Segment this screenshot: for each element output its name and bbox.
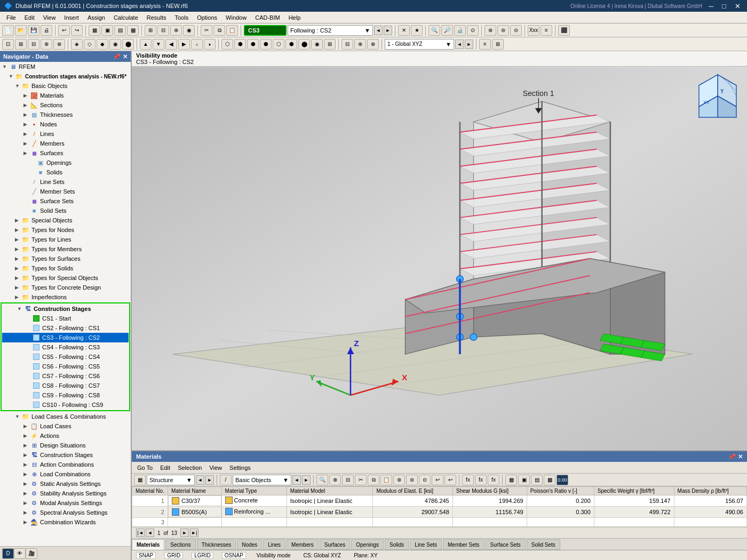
tree-solid-sets[interactable]: ■ Solid Sets [0,206,131,215]
tb2-27[interactable]: ⊕ [354,39,366,50]
tb2-3[interactable]: ⊟ [28,39,39,50]
filter-icon[interactable]: / [220,475,232,485]
minimize-btn[interactable]: ─ [706,2,716,10]
menu-edit[interactable]: Edit [20,13,39,22]
tb2-2[interactable]: ⊞ [15,39,27,50]
tb2-13[interactable]: ◀ [165,39,177,50]
menu-cad-bim[interactable]: CAD-BIM [251,13,284,22]
tree-cs8[interactable]: CS8 - Following : CS7 [2,381,129,390]
tb17[interactable]: 🔎 [441,25,453,36]
tree-sections[interactable]: ▶ 📐 Sections [0,100,131,110]
tree-cs1[interactable]: CS1 - Start [2,314,129,323]
view-dropdown[interactable]: 1 - Global XYZ ▼ [385,39,454,50]
tree-types-members[interactable]: ▶ 📁 Types for Members [0,244,131,254]
tree-spectral-settings[interactable]: ▶ ⚙ Spectral Analysis Settings [0,508,131,517]
menu-file[interactable]: File [2,13,20,22]
tree-openings[interactable]: ▣ Openings [0,158,131,167]
tree-action-combinations[interactable]: ▶ ⊟ Action Combinations [0,460,131,469]
bottom-selection[interactable]: Selection [174,463,205,472]
menu-window[interactable]: Window [221,13,251,22]
menu-results[interactable]: Results [142,13,171,22]
sub-tb12[interactable]: fx [462,475,474,485]
tree-construction-stages[interactable]: ▼ 🏗 Construction Stages [2,304,129,314]
print-button[interactable]: 🖨 [41,25,52,36]
tree-cs-sub[interactable]: ▶ 🏗 Construction Stages [0,450,131,460]
tree-project[interactable]: ▼ 📁 Construction stages analysis - NEW.r… [0,71,131,81]
tb2-6[interactable]: ◈ [71,39,83,50]
tree-types-special[interactable]: ▶ 📁 Types for Special Objects [0,273,131,283]
restore-btn[interactable]: □ [720,2,728,10]
tree-member-sets[interactable]: ╱ Member Sets [0,187,131,196]
tab-openings[interactable]: Openings [351,539,384,550]
tab-materials[interactable]: Materials [132,539,164,550]
tb2-21[interactable]: ⬡ [273,39,284,50]
sub-tb7[interactable]: ⊛ [393,475,405,485]
menu-calculate[interactable]: Calculate [109,13,142,22]
tb8[interactable]: ⊟ [157,25,169,36]
tb21[interactable]: ⊜ [497,25,509,36]
tree-nodes[interactable]: ▶ • Nodes [0,119,131,129]
menu-options[interactable]: Options [193,13,221,22]
save-button[interactable]: 💾 [28,25,39,36]
undo-button[interactable]: ↩ [58,25,70,36]
nav-pin-icon[interactable]: 📌 [113,53,121,60]
nav-visibility-icon[interactable]: 👁 [14,548,26,559]
tb2-1[interactable]: ⊡ [2,39,14,50]
tb2-22[interactable]: ⬢ [285,39,297,50]
sub-tb14[interactable]: fx [488,475,499,485]
sub-tb10[interactable]: ↩ [432,475,443,485]
tree-types-nodes[interactable]: ▶ 📁 Types for Nodes [0,225,131,235]
sub-tb17[interactable]: ▤ [531,475,543,485]
tb16[interactable]: 🔍 [428,25,440,36]
tree-special-objects[interactable]: ▶ 📁 Special Objects [0,215,131,225]
tree-surface-sets[interactable]: ◼ Surface Sets [0,196,131,206]
lgrid-btn[interactable]: LGRID [192,552,213,559]
tb4[interactable]: ▣ [101,25,113,36]
tree-lines[interactable]: ▶ / Lines [0,129,131,139]
struct-prev[interactable]: ◄ [196,475,204,485]
cs-next-btn[interactable]: ► [384,26,392,35]
table-row[interactable]: 2 B500S(A) Reinforcing ... Isotropic | L… [132,507,747,518]
page-first[interactable]: |◄ [136,529,145,537]
bottom-panel-close[interactable]: ✕ [738,453,743,460]
tb15[interactable]: ★ [411,25,423,36]
tree-solids[interactable]: ■ Solids [0,167,131,177]
bottom-goto[interactable]: Go To [134,463,156,472]
tree-types-solids[interactable]: ▶ 📁 Types for Solids [0,263,131,273]
tb2-16[interactable]: ⬧ [204,39,216,50]
tree-line-sets[interactable]: / Line Sets [0,177,131,187]
tree-types-lines[interactable]: ▶ 📁 Types for Lines [0,235,131,244]
tb24[interactable]: ≡ [541,25,552,36]
tree-modal-settings[interactable]: ▶ ⚙ Modal Analysis Settings [0,498,131,508]
sub-tb2[interactable]: ⊕ [329,475,341,485]
tb23[interactable]: Xxx [528,25,539,36]
tb2-29[interactable]: ≡ [479,39,491,50]
sub-tb3[interactable]: ⊟ [342,475,354,485]
tree-imperfections[interactable]: ▶ 📁 Imperfections [0,292,131,302]
sub-tb13[interactable]: fx [475,475,487,485]
tab-surface-sets[interactable]: Surface Sets [486,539,526,550]
sub-tb15[interactable]: ▦ [505,475,517,485]
tree-materials[interactable]: ▶ 🧱 Materials [0,91,131,100]
navigation-cube[interactable]: Y XY [694,72,742,120]
tree-static-settings[interactable]: ▶ ⚙ Static Analysis Settings [0,479,131,489]
nav-data-icon[interactable]: D [2,548,14,559]
cs-stage-dropdown[interactable]: CS3 [244,25,287,36]
tb2-19[interactable]: ⬣ [247,39,259,50]
tree-members[interactable]: ▶ ╱ Members [0,139,131,148]
basic-objects-dropdown[interactable]: Basic Objects ▼ [233,475,291,485]
bottom-edit[interactable]: Edit [157,463,173,472]
sub-tb6[interactable]: 📋 [380,475,392,485]
tab-member-sets[interactable]: Member Sets [443,539,484,550]
tb2-14[interactable]: ▶ [178,39,190,50]
redo-button[interactable]: ↪ [71,25,83,36]
tree-combination-wizards[interactable]: ▶ 🧙 Combination Wizards [0,517,131,527]
sub-tb11[interactable]: ↩ [444,475,456,485]
tree-types-concrete[interactable]: ▶ 📁 Types for Concrete Design [0,283,131,292]
tb2-9[interactable]: ◉ [109,39,121,50]
table-row[interactable]: 1 C30/37 Concrete Isotropic | Linear Ela… [132,495,747,507]
tab-thicknesses[interactable]: Thicknesses [197,539,236,550]
tree-load-combinations[interactable]: ▶ ⊕ Load Combinations [0,469,131,479]
nav-close-icon[interactable]: ✕ [123,53,128,60]
tree-cs9[interactable]: CS9 - Following : CS8 [2,390,129,400]
